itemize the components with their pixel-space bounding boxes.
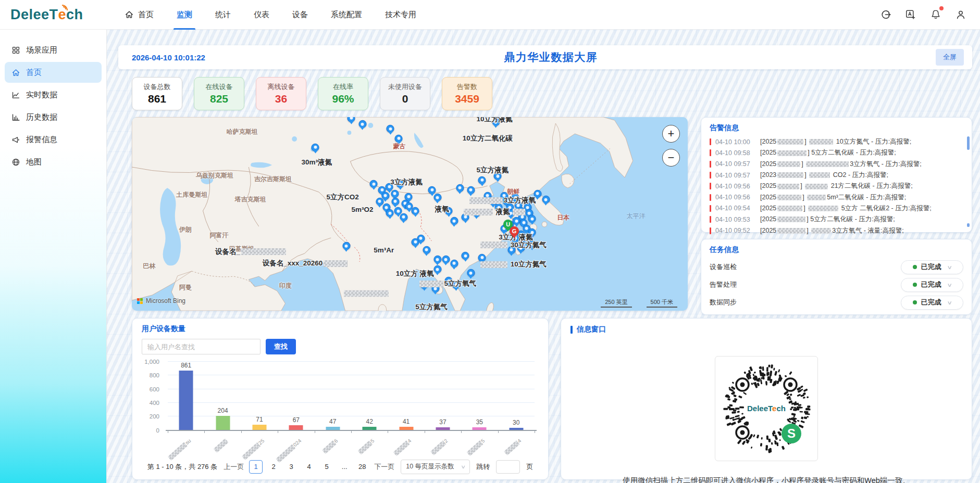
map-pin[interactable] [412,238,419,246]
map-pin[interactable] [358,120,366,128]
nav-item-仪表[interactable]: 仪表 [254,0,269,30]
map-pin[interactable] [420,281,428,289]
sidebar-item-场景应用[interactable]: 场景应用 [5,40,102,60]
sidebar-item-实时数据[interactable]: 实时数据 [5,84,102,105]
chart-bar[interactable] [289,425,303,430]
map-pin[interactable] [442,256,450,263]
task-status-select[interactable]: 已完成∨ [901,260,963,274]
alarm-scrollbar[interactable] [967,136,970,227]
page-button-28[interactable]: 28 [355,460,369,474]
alarm-row[interactable]: 04-10 10:00[2025] 10立方氮气 - 压力:高报警; [710,136,962,147]
sidebar-item-地图[interactable]: 地图 [5,151,102,172]
map-pin[interactable] [387,125,394,133]
translate-icon[interactable] [905,9,916,20]
map-pin[interactable] [452,281,460,289]
map-pin[interactable] [450,260,458,268]
alarm-row[interactable]: 04-10 09:57[2023] CO2 - 压力:高报警; [710,170,962,181]
page-button-1[interactable]: 1 [249,460,263,474]
map-pin[interactable] [462,252,469,260]
map-pin[interactable] [391,198,399,206]
map-pin[interactable] [428,186,436,194]
map-pin[interactable] [370,180,378,188]
map-pin[interactable] [376,198,383,206]
map-pin[interactable] [528,240,536,248]
map-pin[interactable] [423,246,430,254]
map-pin[interactable] [433,265,441,273]
chart-bar[interactable] [179,371,193,429]
bell-icon[interactable] [930,9,941,20]
nav-item-统计[interactable]: 统计 [215,0,231,30]
task-status-select[interactable]: 已完成∨ [901,296,963,310]
map-pin[interactable] [467,186,475,194]
map-pin[interactable] [450,217,458,225]
map-pin[interactable] [517,244,525,252]
map-pin[interactable] [391,190,399,198]
jump-page-input[interactable] [496,460,520,474]
map-pin[interactable] [433,194,441,201]
map-pin[interactable] [386,183,393,191]
brand-logo[interactable]: DeleeTech [10,7,112,23]
map-pin[interactable] [495,204,503,211]
sidebar-item-历史数据[interactable]: 历史数据 [5,107,102,128]
map-pin[interactable] [528,215,536,223]
alarm-row[interactable]: 04-10 09:56[2025] 21方二氧化碳 - 压力:高报警; [710,181,962,192]
map-pin[interactable] [386,209,394,217]
map-pin[interactable] [462,213,469,221]
map-pin[interactable] [478,176,486,184]
map-panel[interactable]: UG 哈萨克斯坦蒙古乌兹别克斯坦吉尔吉斯斯坦土库曼斯坦塔吉克斯坦伊朗阿富汗巴基斯… [132,117,688,311]
refresh-icon[interactable] [880,9,891,20]
map-pin[interactable] [433,256,441,263]
next-page-button[interactable]: 下一页 [374,462,394,472]
prev-page-button[interactable]: 上一页 [224,462,244,472]
alarm-row[interactable]: 04-10 09:58[2025] 5立方二氧化碳 - 压力:高报警; [710,147,962,158]
map-pin[interactable] [312,143,319,151]
map-pin[interactable] [494,172,502,180]
map-pin[interactable] [513,217,520,225]
nav-item-设备[interactable]: 设备 [292,0,308,30]
map-pin[interactable] [512,194,519,201]
page-button-4[interactable]: 4 [302,460,316,474]
chart-bar[interactable] [252,425,266,429]
map-pin[interactable] [395,135,403,143]
user-icon[interactable] [955,9,966,20]
search-button[interactable]: 查找 [266,339,296,354]
fullscreen-button[interactable]: 全屏 [936,49,964,66]
map-pin[interactable] [507,246,515,254]
task-status-select[interactable]: 已完成∨ [901,278,963,292]
alarm-row[interactable]: 04-10 09:56[2025] 5m³二氧化碳 - 压力:高报警; [710,192,962,202]
map-pin[interactable] [445,277,453,285]
map-pin[interactable] [445,207,453,215]
alarm-row[interactable]: 04-10 09:53[2025] 5立方二氧化碳 - 压力:高报警; [710,214,962,225]
map-pin[interactable] [492,118,500,126]
chart-bar[interactable] [473,427,487,430]
map-pin[interactable] [528,228,536,236]
map-pin[interactable] [478,253,486,261]
alarm-row[interactable]: 04-10 09:54[2025] 5立方 二氧化碳2 - 压力:高报警; [710,203,962,214]
username-search-input[interactable] [142,339,260,354]
alarm-scrollbar-thumb[interactable] [967,136,970,150]
map-pin[interactable] [396,180,404,188]
chart-bar[interactable] [363,427,377,430]
sidebar-item-报警信息[interactable]: 报警信息 [5,129,102,150]
alarm-row[interactable]: 04-10 09:57[2025] 3立方氧气 - 压力:高报警; [710,159,962,170]
chart-bar[interactable] [326,427,340,430]
nav-item-系统配置[interactable]: 系统配置 [331,0,362,30]
map-pin[interactable] [456,184,464,192]
map-pin[interactable] [534,190,541,198]
map-pin[interactable] [400,213,407,221]
page-size-select[interactable]: 10 每页显示条数∨ [401,460,470,474]
chart-bar[interactable] [509,428,523,430]
nav-item-首页[interactable]: 首页 [125,0,154,30]
sidebar-item-首页[interactable]: 首页 [5,62,102,83]
map-zoom-in-button[interactable]: + [662,125,680,143]
map-pin[interactable] [473,209,480,217]
page-button-3[interactable]: 3 [284,460,298,474]
map-zoom-out-button[interactable]: − [662,149,680,167]
page-button-5[interactable]: 5 [320,460,333,474]
map-pin[interactable] [467,269,475,277]
map-pin[interactable] [542,196,550,204]
chart-bar[interactable] [399,427,413,429]
chart-bar[interactable] [436,427,450,430]
map-pin-G[interactable]: G [510,226,519,236]
map-pin[interactable] [412,207,419,215]
